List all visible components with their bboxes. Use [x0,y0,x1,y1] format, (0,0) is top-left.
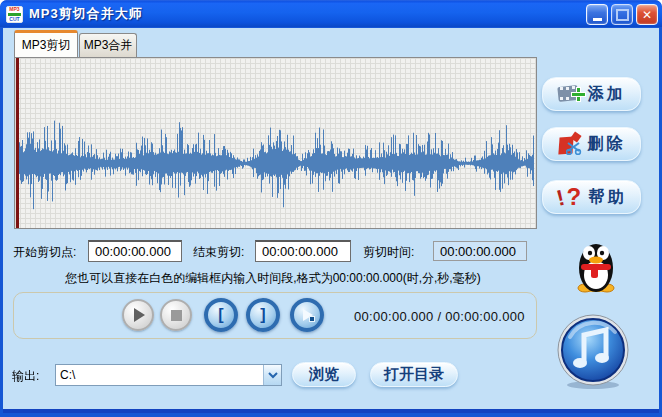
delete-scissors-icon [558,133,582,155]
window-title: MP3剪切合并大师 [29,5,143,23]
output-path-value: C:\ [56,368,263,382]
waveform-display[interactable] [14,57,537,229]
add-button-label: 添加 [588,84,626,105]
stop-button[interactable] [160,299,192,331]
help-button-label: 帮助 [589,187,627,208]
app-icon: MP3 CUT [6,6,23,23]
music-note-icon[interactable] [554,313,632,391]
close-button[interactable]: ✕ [636,4,658,25]
browse-button-label: 浏览 [309,365,339,384]
start-cut-label: 开始剪切点: [13,244,76,261]
output-label: 输出: [12,368,39,385]
tab-mp3-merge[interactable]: MP3合并 [79,33,137,57]
play-button[interactable] [122,299,154,331]
window-controls: ✕ [586,4,658,25]
cut-duration-label: 剪切时间: [363,244,414,261]
add-film-icon [558,85,582,103]
bracket-open-icon: [ [218,306,223,324]
output-path-combobox[interactable]: C:\ [55,364,282,386]
client-area: MP3剪切 MP3合并 开始剪切点: 结束剪切: 剪切时间: 00:00:00.… [3,28,659,413]
chevron-down-icon [268,371,278,379]
hint-text: 您也可以直接在白色的编辑框内输入时间段,格式为00:00:00.000(时,分,… [3,270,543,287]
mark-end-button[interactable]: ] [246,298,280,332]
browse-button[interactable]: 浏览 [292,362,356,387]
play-selection-button[interactable] [290,298,324,332]
minimize-button[interactable] [586,4,608,25]
help-button[interactable]: !? 帮助 [542,180,641,214]
waveform-cursor[interactable] [16,58,19,228]
add-button[interactable]: 添加 [542,77,641,111]
stop-icon [171,310,182,321]
play-selection-mini-square [309,316,315,322]
start-cut-input[interactable] [88,240,182,262]
open-directory-button-label: 打开目录 [384,365,444,384]
end-cut-input[interactable] [255,240,351,262]
delete-button-label: 删除 [588,134,626,155]
delete-button[interactable]: 删除 [542,127,641,161]
app-icon-cut-text: CUT [9,17,19,22]
end-cut-label: 结束剪切: [193,244,244,261]
maximize-button[interactable] [611,4,633,25]
help-icon: !? [557,185,583,209]
tab-mp3-cut[interactable]: MP3剪切 [14,30,78,57]
app-window: MP3 CUT MP3剪切合并大师 ✕ MP3剪切 MP3合并 开始剪切点: 结… [0,0,662,417]
player-time-display: 00:00:00.000 / 00:00:00.000 [354,309,525,324]
titlebar: MP3 CUT MP3剪切合并大师 ✕ [0,0,662,28]
waveform-canvas [15,58,536,228]
open-directory-button[interactable]: 打开目录 [370,362,458,387]
play-icon [134,308,145,322]
app-icon-mp3-text: MP3 [9,7,19,12]
mark-start-button[interactable]: [ [204,298,238,332]
combobox-dropdown-button[interactable] [263,365,281,385]
qq-penguin-icon[interactable] [574,241,618,294]
bracket-close-icon: ] [260,306,265,324]
cut-duration-value: 00:00:00.000 [433,241,527,261]
player-panel: [ ] 00:00:00.000 / 00:00:00.000 [13,292,537,339]
